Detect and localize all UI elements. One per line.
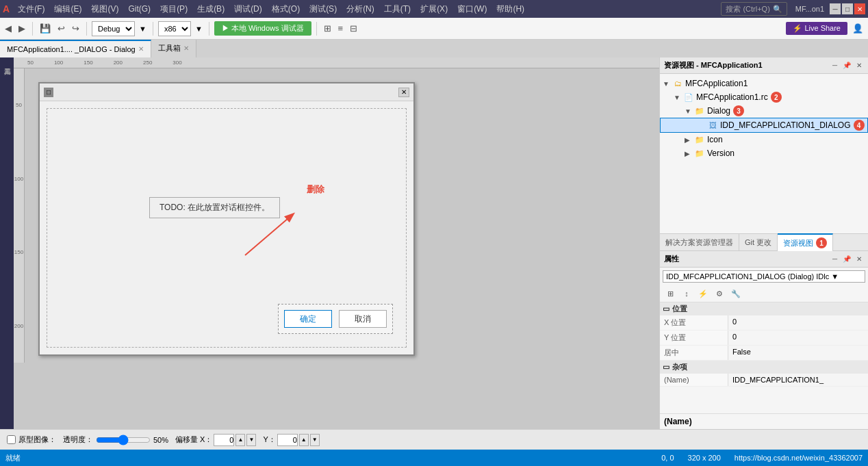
x-down-button[interactable]: ▼ (246, 434, 256, 446)
redo-icon[interactable]: ↪ (70, 22, 81, 35)
menu-git[interactable]: Git(G) (124, 3, 155, 15)
x-up-button[interactable]: ▲ (235, 434, 245, 446)
props-event-button[interactable]: ⚡ (695, 287, 711, 300)
y-down-button[interactable]: ▼ (310, 434, 320, 446)
config-dropdown-icon: ▼ (138, 25, 148, 33)
dialog-preview[interactable]: □ ✕ TODO: 在此放置对话框控件。 删除 (38, 82, 415, 356)
prototype-label: 原型图像： (18, 435, 56, 445)
props-minimize-button[interactable]: ─ (830, 255, 839, 263)
y-input[interactable] (277, 434, 298, 446)
menu-help[interactable]: 帮助(H) (492, 2, 528, 16)
prototype-checkbox-label[interactable]: 原型图像： (7, 435, 56, 445)
dialog-resource-icon: 🖼 (707, 120, 718, 131)
cancel-button[interactable]: 取消 (339, 310, 387, 328)
grid-icon[interactable]: ⊞ (322, 22, 333, 35)
dialog-body[interactable]: TODO: 在此放置对话框控件。 删除 (40, 101, 413, 354)
opacity-slider[interactable] (96, 435, 151, 445)
properties-panel: 属性 ─ 📌 ✕ IDD_MFCAPPLICATION1_DIALOG (Dia… (660, 251, 868, 429)
prototype-checkbox[interactable] (7, 435, 16, 444)
panel-close-button[interactable]: ✕ (854, 61, 864, 70)
minimize-button[interactable]: ─ (830, 3, 841, 14)
menu-analyze[interactable]: 分析(N) (342, 2, 379, 16)
section-misc[interactable]: ▭ 杂项 (660, 361, 868, 374)
menu-extend[interactable]: 扩展(X) (416, 2, 452, 16)
tree-item-dialog-resource[interactable]: 🖼 IDD_MFCAPPLICATION1_DIALOG 4 (660, 118, 868, 133)
undo-icon[interactable]: ↩ (55, 22, 67, 35)
props-value-y: 0 (728, 331, 868, 345)
live-share-button[interactable]: ⚡ Live Share (786, 22, 847, 35)
tree-label-dialog-resource: IDD_MFCAPPLICATION1_DIALOG (720, 120, 851, 130)
tree-expand-dialog[interactable]: ▼ (685, 107, 694, 115)
properties-selector[interactable]: IDD_MFCAPPLICATION1_DIALOG (Dialog) IDlc… (663, 270, 865, 283)
tab-solution-explorer[interactable]: 解决方案资源管理器 (660, 233, 739, 251)
status-position: 0, 0 (661, 454, 674, 462)
menu-tools[interactable]: 工具(T) (380, 2, 415, 16)
tab-dialog-close[interactable]: ✕ (138, 45, 144, 53)
props-close-button[interactable]: ✕ (854, 255, 864, 263)
menu-view[interactable]: 视图(V) (87, 2, 123, 16)
tab-git-changes[interactable]: Git 更改 (739, 233, 778, 251)
account-icon[interactable]: 👤 (850, 22, 865, 35)
tab-resource-view[interactable]: 资源视图 1 (778, 233, 833, 251)
size-icon[interactable]: ⊟ (348, 22, 359, 35)
menu-test[interactable]: 测试(S) (305, 2, 341, 16)
panel-minimize-button[interactable]: ─ (830, 61, 839, 70)
tree-item-icon-folder[interactable]: ▶ 📁 Icon (660, 133, 868, 146)
x-input[interactable] (214, 434, 234, 446)
tab-toolbox[interactable]: 工具箱 ✕ (151, 40, 196, 57)
props-config-button[interactable]: ⚙ (712, 287, 727, 300)
restore-button[interactable]: □ (842, 3, 853, 14)
align-icon[interactable]: ≡ (336, 22, 346, 35)
tab-toolbox-close[interactable]: ✕ (183, 44, 189, 52)
menu-window[interactable]: 窗口(W) (453, 2, 491, 16)
tree-view[interactable]: ▼ 🗂 MFCApplication1 ▼ 📄 MFCApplication1.… (660, 74, 868, 233)
dialog-canvas[interactable]: □ ✕ TODO: 在此放置对话框控件。 删除 (25, 68, 659, 370)
back-icon[interactable]: ◀ (3, 22, 14, 35)
menu-debug[interactable]: 调试(D) (230, 2, 266, 16)
platform-dropdown-icon: ▼ (194, 25, 204, 33)
dialog-title-icon: □ (44, 88, 53, 97)
props-tool-button[interactable]: 🔧 (728, 287, 743, 300)
tree-item-dialog-folder[interactable]: ▼ 📁 Dialog 3 (660, 104, 868, 118)
folder-icon-icon: 📁 (694, 134, 705, 145)
menu-build[interactable]: 生成(B) (193, 2, 229, 16)
run-button[interactable]: ▶ 本地 Windows 调试器 (214, 21, 311, 36)
save-icon[interactable]: 💾 (38, 22, 53, 35)
properties-table[interactable]: ▭ 位置 X 位置 0 Y 位置 0 居中 False ▭ (660, 302, 868, 413)
y-up-button[interactable]: ▲ (299, 434, 309, 446)
close-button[interactable]: ✕ (854, 3, 865, 14)
tab-resource-view-label: 资源视图 (783, 238, 813, 248)
props-grid-button[interactable]: ⊞ (663, 287, 678, 300)
separator-5 (316, 22, 317, 36)
tree-expand-root[interactable]: ▼ (663, 80, 672, 88)
menu-format[interactable]: 格式(O) (268, 2, 304, 16)
tree-expand-icon[interactable]: ▶ (685, 136, 694, 144)
panel-pin-button[interactable]: 📌 (841, 61, 853, 70)
properties-footer-label: (Name) (664, 417, 692, 426)
ruler-marks: 50 100 150 200 250 300 (27, 60, 203, 66)
props-value-x: 0 (728, 315, 868, 330)
props-sort-button[interactable]: ↕ (679, 287, 694, 300)
props-pin-button[interactable]: 📌 (841, 255, 853, 263)
dialog-close-button[interactable]: ✕ (398, 88, 409, 97)
tree-item-rc[interactable]: ▼ 📄 MFCApplication1.rc 2 (660, 90, 868, 104)
forward-icon[interactable]: ▶ (16, 22, 27, 35)
config-select[interactable]: Debug (92, 21, 135, 36)
tree-item-version-folder[interactable]: ▶ 📁 Version (660, 146, 868, 160)
separator-3 (153, 22, 153, 36)
props-row-name: (Name) IDD_MFCAPPLICATION1_ (660, 374, 868, 387)
status-size: 320 x 200 (688, 454, 721, 462)
y-coord-container: Y： ▲ ▼ (263, 434, 319, 446)
tree-expand-rc[interactable]: ▼ (674, 94, 683, 101)
tree-expand-version[interactable]: ▶ (685, 150, 694, 157)
platform-select[interactable]: x86 (158, 21, 191, 36)
badge-dialog-resource: 4 (854, 120, 865, 131)
designer-area[interactable]: 50 100 150 200 250 300 50 100 150 200 (14, 57, 659, 429)
tab-dialog[interactable]: MFCApplication1.... _DIALOG - Dialog ✕ (0, 40, 151, 57)
menu-project[interactable]: 项目(P) (156, 2, 192, 16)
tree-item-root[interactable]: ▼ 🗂 MFCApplication1 (660, 77, 868, 90)
menu-edit[interactable]: 编辑(E) (50, 2, 86, 16)
ok-button[interactable]: 确定 (284, 310, 332, 328)
section-position[interactable]: ▭ 位置 (660, 302, 868, 315)
menu-file[interactable]: 文件(F) (14, 2, 49, 16)
